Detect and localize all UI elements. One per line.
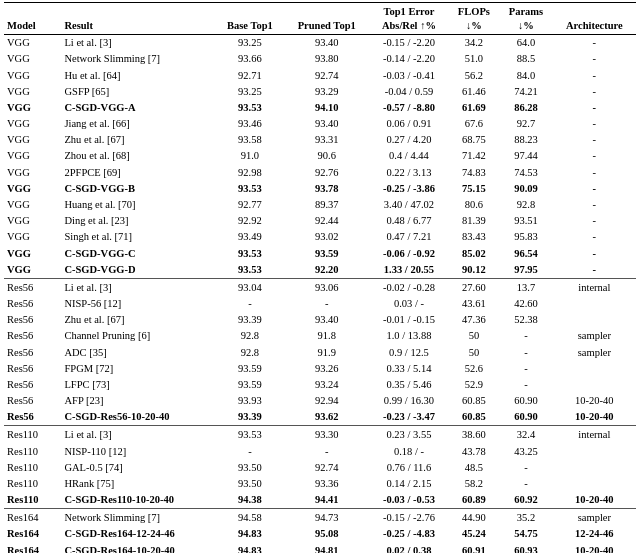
cell-arch [553,296,636,312]
cell-flops: 60.85 [449,393,499,409]
cell-result: GAL-0.5 [74] [61,460,215,476]
cell-flops: 67.6 [449,116,499,132]
cell-error: -0.02 / -0.28 [369,278,448,296]
cell-base: 93.53 [216,246,285,262]
table-row: VGGC-SGD-VGG-D93.5392.201.33 / 20.5590.1… [4,262,636,279]
cell-params: - [499,328,553,344]
cell-base: 93.53 [216,262,285,279]
cell-flops: 27.60 [449,278,499,296]
table-row: Res56Li et al. [3]93.0493.06-0.02 / -0.2… [4,278,636,296]
table-row: VGGC-SGD-VGG-C93.5393.59-0.06 / -0.9285.… [4,246,636,262]
cell-pruned: 94.41 [284,492,369,509]
cell-error: 0.22 / 3.13 [369,165,448,181]
cell-base: 93.59 [216,377,285,393]
cell-result: C-SGD-VGG-D [61,262,215,279]
cell-base: 93.25 [216,84,285,100]
cell-arch [553,444,636,460]
cell-flops: 47.36 [449,312,499,328]
cell-pruned: 89.37 [284,197,369,213]
cell-flops: 58.2 [449,476,499,492]
cell-params: 84.0 [499,68,553,84]
cell-model: Res164 [4,526,61,542]
cell-pruned: 93.36 [284,476,369,492]
table-row: Res56LFPC [73]93.5993.240.35 / 5.4652.9- [4,377,636,393]
cell-pruned: 94.81 [284,543,369,553]
cell-result: C-SGD-VGG-B [61,181,215,197]
cell-base: 93.39 [216,312,285,328]
cell-params: 97.44 [499,148,553,164]
cell-pruned: 94.10 [284,100,369,116]
cell-base: 93.58 [216,132,285,148]
cell-error: 0.4 / 4.44 [369,148,448,164]
cell-params: 60.90 [499,393,553,409]
cell-pruned: 92.20 [284,262,369,279]
cell-base: 94.58 [216,509,285,527]
cell-base: 93.39 [216,409,285,426]
cell-model: Res56 [4,278,61,296]
cell-arch: - [553,197,636,213]
cell-error: -0.04 / 0.59 [369,84,448,100]
cell-arch: - [553,84,636,100]
cell-params: 95.83 [499,229,553,245]
cell-pruned: 93.40 [284,312,369,328]
cell-error: 0.02 / 0.38 [369,543,448,553]
cell-params: 64.0 [499,35,553,52]
cell-error: 0.18 / - [369,444,448,460]
cell-arch: 10-20-40 [553,409,636,426]
cell-result: C-SGD-Res56-10-20-40 [61,409,215,426]
cell-flops: 61.69 [449,100,499,116]
cell-flops: 34.2 [449,35,499,52]
cell-arch: - [553,132,636,148]
cell-base: 93.04 [216,278,285,296]
cell-model: VGG [4,213,61,229]
cell-result: Jiang et al. [66] [61,116,215,132]
cell-params: 60.92 [499,492,553,509]
cell-result: ADC [35] [61,345,215,361]
cell-flops: 45.24 [449,526,499,542]
cell-error: 0.35 / 5.46 [369,377,448,393]
cell-pruned: 92.76 [284,165,369,181]
cell-result: AFP [23] [61,393,215,409]
cell-flops: 50 [449,345,499,361]
cell-result: FPGM [72] [61,361,215,377]
cell-arch [553,312,636,328]
cell-flops: 50 [449,328,499,344]
cell-result: NISP-56 [12] [61,296,215,312]
cell-flops: 44.90 [449,509,499,527]
cell-result: C-SGD-Res164-10-20-40 [61,543,215,553]
cell-error: -0.03 / -0.53 [369,492,448,509]
cell-arch: sampler [553,328,636,344]
cell-arch: - [553,213,636,229]
cell-arch: - [553,229,636,245]
cell-model: Res110 [4,444,61,460]
table-row: Res164C-SGD-Res164-12-24-4694.8395.08-0.… [4,526,636,542]
cell-result: 2PFPCE [69] [61,165,215,181]
cell-arch: - [553,262,636,279]
cell-error: 0.33 / 5.14 [369,361,448,377]
cell-pruned: 93.59 [284,246,369,262]
col-params: Params↓% [499,3,553,35]
cell-flops: 38.60 [449,426,499,444]
cell-model: Res110 [4,460,61,476]
table-row: Res56Channel Pruning [6]92.891.81.0 / 13… [4,328,636,344]
cell-arch [553,361,636,377]
cell-result: Li et al. [3] [61,278,215,296]
cell-model: VGG [4,229,61,245]
cell-flops: 80.6 [449,197,499,213]
cell-arch: 10-20-40 [553,492,636,509]
cell-model: Res56 [4,312,61,328]
cell-result: GSFP [65] [61,84,215,100]
cell-error: 0.23 / 3.55 [369,426,448,444]
table-row: Res110C-SGD-Res110-10-20-4094.3894.41-0.… [4,492,636,509]
cell-error: 0.47 / 7.21 [369,229,448,245]
table-row: VGGHuang et al. [70]92.7789.373.40 / 47.… [4,197,636,213]
cell-error: 1.0 / 13.88 [369,328,448,344]
cell-error: -0.14 / -2.20 [369,51,448,67]
cell-arch: - [553,116,636,132]
cell-pruned: 93.40 [284,116,369,132]
cell-base: 92.77 [216,197,285,213]
cell-arch: 12-24-46 [553,526,636,542]
cell-params: 60.93 [499,543,553,553]
table-row: Res56FPGM [72]93.5993.260.33 / 5.1452.6- [4,361,636,377]
table-row: Res56ADC [35]92.891.90.9 / 12.550-sample… [4,345,636,361]
